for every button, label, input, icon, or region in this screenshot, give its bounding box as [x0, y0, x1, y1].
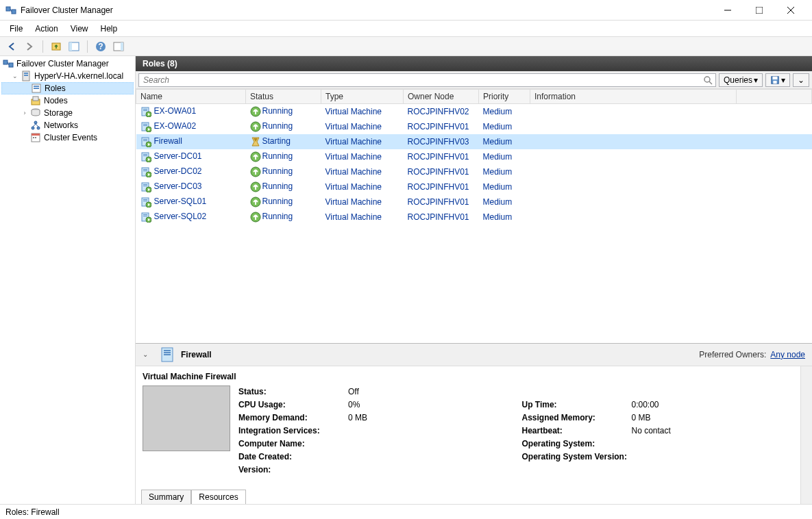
tree-cluster[interactable]: ⌄HyperV-HA.vkernel.local — [1, 70, 134, 82]
menu-file[interactable]: File — [4, 22, 28, 36]
status-icon — [250, 197, 261, 207]
table-row[interactable]: FirewallStartingVirtual MachineROCJPINFH… — [136, 134, 812, 149]
collapse-icon[interactable]: ⌄ — [143, 351, 153, 358]
panel-right-button[interactable] — [111, 39, 126, 54]
role-name: Server-DC03 — [154, 181, 202, 191]
network-icon — [30, 120, 41, 131]
chevron-down-icon: ▾ — [781, 75, 785, 85]
label-mem: Memory Demand: — [238, 412, 348, 425]
table-row[interactable]: Server-DC01RunningVirtual MachineROCJPIN… — [136, 149, 812, 164]
detail-section-title: Virtual Machine Firewall — [143, 372, 805, 381]
nav-tree[interactable]: Failover Cluster Manager ⌄HyperV-HA.vker… — [0, 56, 136, 504]
search-bar: Queries ▾ ▾ ⌄ — [136, 71, 812, 89]
help-button[interactable] — [93, 39, 108, 54]
tree-events-label: Cluster Events — [44, 133, 97, 142]
role-name: Firewall — [154, 136, 182, 146]
menu-help[interactable]: Help — [95, 22, 123, 36]
svg-rect-38 — [756, 7, 763, 14]
role-type: Virtual Machine — [325, 167, 382, 177]
panel-left-button[interactable] — [66, 39, 82, 54]
expand-icon[interactable]: ⌄ — [11, 72, 19, 80]
cluster-icon — [3, 58, 14, 69]
role-name: Server-SQL02 — [154, 212, 207, 221]
role-priority: Medium — [483, 182, 513, 192]
col-owner[interactable]: Owner Node — [404, 90, 479, 104]
tree-storage-label: Storage — [44, 108, 73, 118]
queries-button[interactable]: Queries ▾ — [719, 73, 763, 87]
role-type: Virtual Machine — [325, 197, 382, 207]
back-button[interactable] — [4, 39, 19, 54]
menubar: File Action View Help — [0, 21, 812, 37]
table-row[interactable]: Server-SQL01RunningVirtual MachineROCJPI… — [136, 194, 812, 210]
role-status: Running — [262, 212, 293, 221]
search-input[interactable] — [138, 73, 716, 87]
label-assigned: Assigned Memory: — [522, 412, 632, 425]
label-osver: Operating System Version: — [522, 451, 632, 464]
role-name: Server-DC01 — [154, 151, 202, 161]
col-extra[interactable] — [737, 90, 812, 104]
role-priority: Medium — [483, 137, 513, 147]
value-mem: 0 MB — [348, 413, 367, 422]
server-icon — [21, 71, 32, 81]
expand-button[interactable]: ⌄ — [793, 73, 809, 87]
role-status: Running — [262, 166, 293, 176]
minimize-button[interactable] — [712, 0, 743, 21]
col-type[interactable]: Type — [321, 90, 404, 104]
tree-storage[interactable]: ›Storage — [1, 107, 134, 119]
vm-icon — [140, 151, 151, 162]
scrollbar[interactable] — [800, 366, 812, 504]
col-info[interactable]: Information — [530, 90, 737, 104]
tab-summary[interactable]: Summary — [141, 490, 191, 504]
queries-label: Queries — [724, 75, 752, 85]
col-status[interactable]: Status — [246, 90, 321, 104]
detail-header: ⌄ Firewall Preferred Owners: Any node — [136, 343, 812, 366]
expand-icon[interactable]: › — [21, 109, 29, 117]
vm-icon — [140, 121, 151, 132]
vm-thumbnail — [143, 385, 230, 451]
menu-view[interactable]: View — [65, 22, 94, 36]
col-name[interactable]: Name — [136, 90, 246, 104]
role-priority: Medium — [483, 152, 513, 162]
role-type: Virtual Machine — [325, 182, 382, 192]
table-row[interactable]: Server-DC02RunningVirtual MachineROCJPIN… — [136, 164, 812, 179]
menu-action[interactable]: Action — [29, 22, 63, 36]
label-uptime: Up Time: — [522, 398, 632, 412]
forward-button[interactable] — [22, 39, 37, 54]
role-priority: Medium — [483, 107, 513, 116]
vm-icon — [140, 197, 151, 207]
table-row[interactable]: Server-DC03RunningVirtual MachineROCJPIN… — [136, 179, 812, 194]
statusbar-text: Roles: Firewall — [5, 507, 60, 517]
table-row[interactable]: Server-SQL02RunningVirtual MachineROCJPI… — [136, 210, 812, 225]
tab-resources[interactable]: Resources — [191, 490, 245, 504]
table-row[interactable]: EX-OWA02RunningVirtual MachineROCJPINFHV… — [136, 119, 812, 134]
events-icon — [30, 132, 41, 143]
role-priority: Medium — [483, 197, 513, 207]
vm-icon — [140, 181, 151, 192]
table-header[interactable]: Name Status Type Owner Node Priority Inf… — [136, 90, 812, 104]
tree-networks[interactable]: Networks — [1, 119, 134, 131]
tree-roles[interactable]: Roles — [1, 82, 134, 94]
search-icon[interactable] — [702, 75, 713, 86]
status-icon — [250, 151, 261, 162]
status-icon — [250, 136, 261, 147]
close-button[interactable] — [775, 0, 807, 21]
role-priority: Medium — [483, 122, 513, 131]
role-type: Virtual Machine — [325, 152, 382, 162]
app-icon — [5, 5, 16, 16]
role-owner: ROCJPINFHV02 — [408, 107, 469, 116]
value-status: Off — [348, 387, 359, 396]
preferred-owners-link[interactable]: Any node — [770, 350, 805, 359]
up-button[interactable] — [49, 39, 64, 54]
chevron-down-icon: ⌄ — [798, 75, 804, 85]
tree-cluster-events[interactable]: Cluster Events — [1, 131, 134, 144]
tree-root[interactable]: Failover Cluster Manager — [1, 58, 134, 70]
table-row[interactable]: EX-OWA01RunningVirtual MachineROCJPINFHV… — [136, 104, 812, 120]
save-button[interactable]: ▾ — [765, 73, 790, 87]
tree-root-label: Failover Cluster Manager — [16, 59, 109, 68]
tree-nodes[interactable]: Nodes — [1, 94, 134, 107]
role-owner: ROCJPINFHV01 — [408, 122, 469, 131]
role-type: Virtual Machine — [325, 122, 382, 131]
maximize-button[interactable] — [743, 0, 775, 21]
col-priority[interactable]: Priority — [479, 90, 530, 104]
roles-table[interactable]: Name Status Type Owner Node Priority Inf… — [136, 89, 812, 225]
